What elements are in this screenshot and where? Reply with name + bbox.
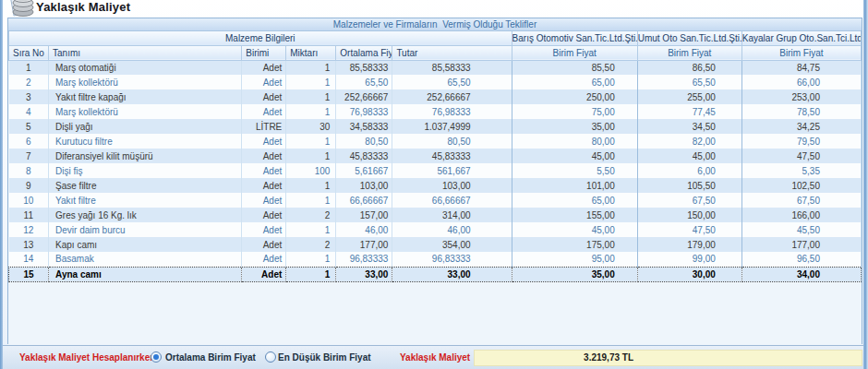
table-row[interactable]: 12Devir daim burcuAdet146,0046,0045,0047… [9, 222, 862, 237]
cell-tutar[interactable]: 85,58333 [392, 60, 512, 75]
cell-birimi[interactable]: Adet [242, 208, 286, 222]
cell-tutar[interactable]: 103,00 [392, 178, 512, 193]
column-header-birim-fiyat-kayalar[interactable]: Birim Fiyat [741, 45, 861, 60]
cell-birim-fiyat-kayalar[interactable]: 253,00 [741, 89, 861, 104]
table-row[interactable]: 5Dişli yağıLİTRE3034,583331.037,499935,0… [9, 119, 862, 134]
cell-birimi[interactable]: Adet [242, 237, 286, 252]
cell-tutar[interactable]: 80,50 [392, 134, 512, 149]
cell-birim-fiyat-kayalar[interactable]: 45,50 [741, 222, 861, 237]
cell-birimi[interactable]: Adet [242, 75, 286, 89]
cell-birim-fiyat-umut[interactable]: 67,50 [637, 193, 741, 208]
cell-miktari[interactable]: 30 [286, 119, 336, 134]
cell-tanimi[interactable]: Diferansiyel kilit müşürü [49, 149, 242, 163]
cell-tutar[interactable]: 65,50 [392, 75, 512, 89]
cell-birimi[interactable]: LİTRE [242, 119, 286, 134]
cell-sira-no[interactable]: 8 [9, 163, 49, 178]
table-row[interactable]: 6Kurutucu filtreAdet180,5080,5080,0082,0… [9, 134, 862, 149]
cell-birim-fiyat-baris[interactable]: 35,00 [512, 267, 637, 281]
cell-birimi[interactable]: Adet [242, 104, 286, 119]
cell-tutar[interactable]: 252,66667 [392, 89, 512, 104]
cell-tanimi[interactable]: Basamak [49, 252, 242, 267]
cell-ortalama-fiyat[interactable]: 65,50 [336, 75, 392, 89]
cell-birim-fiyat-baris[interactable]: 101,00 [512, 178, 637, 193]
cell-miktari[interactable]: 2 [286, 237, 336, 252]
cell-tutar[interactable]: 33,00 [392, 267, 512, 281]
cell-miktari[interactable]: 1 [286, 178, 336, 193]
cell-birim-fiyat-umut[interactable]: 179,00 [637, 237, 741, 252]
cell-tutar[interactable]: 46,00 [392, 222, 512, 237]
cell-ortalama-fiyat[interactable]: 66,66667 [336, 193, 392, 208]
cell-birim-fiyat-kayalar[interactable]: 5,35 [741, 163, 861, 178]
cell-tanimi[interactable]: Marş kollektörü [49, 104, 242, 119]
cell-birimi[interactable]: Adet [242, 222, 286, 237]
cell-sira-no[interactable]: 4 [9, 104, 49, 119]
cell-birim-fiyat-kayalar[interactable]: 47,50 [741, 149, 861, 163]
cell-birim-fiyat-baris[interactable]: 80,00 [512, 134, 637, 149]
cell-birim-fiyat-kayalar[interactable]: 34,00 [741, 267, 861, 281]
cell-birim-fiyat-kayalar[interactable]: 34,25 [741, 119, 861, 134]
cell-tanimi[interactable]: Kurutucu filtre [49, 134, 242, 149]
cell-ortalama-fiyat[interactable]: 76,98333 [336, 104, 392, 119]
cell-miktari[interactable]: 100 [286, 163, 336, 178]
cell-ortalama-fiyat[interactable]: 157,00 [336, 208, 392, 222]
cell-birim-fiyat-baris[interactable]: 45,00 [512, 222, 637, 237]
cell-tanimi[interactable]: Gres yağı 16 Kg. lık [49, 208, 242, 222]
table-row[interactable]: 4Marş kollektörüAdet176,9833376,9833375,… [9, 104, 862, 119]
cell-birimi[interactable]: Adet [242, 60, 286, 75]
cell-sira-no[interactable]: 2 [9, 75, 49, 89]
cell-miktari[interactable]: 1 [286, 149, 336, 163]
cell-sira-no[interactable]: 11 [9, 208, 49, 222]
table-row[interactable]: 11Gres yağı 16 Kg. lıkAdet2157,00314,001… [9, 208, 862, 222]
table-row[interactable]: 14BasamakAdet196,8333396,8333395,0099,00… [9, 252, 862, 267]
cell-birim-fiyat-umut[interactable]: 99,00 [637, 252, 741, 267]
cell-birim-fiyat-baris[interactable]: 85,50 [512, 60, 637, 75]
table-row[interactable]: 8Dişi fişAdet1005,61667561,6675,506,005,… [9, 163, 862, 178]
cell-tanimi[interactable]: Yakıt filtre kapağı [49, 89, 242, 104]
column-header-ortalama-fiyat[interactable]: Ortalama Fiyat [336, 45, 392, 60]
cell-birim-fiyat-umut[interactable]: 86,50 [637, 60, 741, 75]
cell-sira-no[interactable]: 9 [9, 178, 49, 193]
cell-sira-no[interactable]: 12 [9, 222, 49, 237]
cell-miktari[interactable]: 1 [286, 193, 336, 208]
cell-birim-fiyat-umut[interactable]: 6,00 [637, 163, 741, 178]
cell-birim-fiyat-kayalar[interactable]: 84,75 [741, 60, 861, 75]
cell-tutar[interactable]: 96,83333 [392, 252, 512, 267]
cell-birim-fiyat-umut[interactable]: 65,50 [637, 75, 741, 89]
cell-birim-fiyat-baris[interactable]: 65,00 [512, 75, 637, 89]
cell-birimi[interactable]: Adet [242, 193, 286, 208]
cell-birim-fiyat-umut[interactable]: 255,00 [637, 89, 741, 104]
cell-sira-no[interactable]: 13 [9, 237, 49, 252]
cell-birim-fiyat-baris[interactable]: 175,00 [512, 237, 637, 252]
cell-tutar[interactable]: 45,83333 [392, 149, 512, 163]
cell-ortalama-fiyat[interactable]: 34,58333 [336, 119, 392, 134]
cell-birim-fiyat-baris[interactable]: 65,00 [512, 193, 637, 208]
cell-ortalama-fiyat[interactable]: 80,50 [336, 134, 392, 149]
cell-tanimi[interactable]: Marş otomatiği [49, 60, 242, 75]
cell-sira-no[interactable]: 14 [9, 252, 49, 267]
cell-miktari[interactable]: 1 [286, 222, 336, 237]
cell-birim-fiyat-kayalar[interactable]: 67,50 [741, 193, 861, 208]
column-header-tutar[interactable]: Tutar [392, 45, 512, 60]
cell-tutar[interactable]: 76,98333 [392, 104, 512, 119]
cell-birim-fiyat-baris[interactable]: 95,00 [512, 252, 637, 267]
column-header-tanimi[interactable]: Tanımı [49, 45, 242, 60]
cell-ortalama-fiyat[interactable]: 5,61667 [336, 163, 392, 178]
cell-birim-fiyat-kayalar[interactable]: 177,00 [741, 237, 861, 252]
radio-average-unit-price-label[interactable]: Ortalama Birim Fiyat [165, 352, 256, 363]
cell-tutar[interactable]: 1.037,4999 [392, 119, 512, 134]
cell-sira-no[interactable]: 6 [9, 134, 49, 149]
cell-birim-fiyat-umut[interactable]: 34,50 [637, 119, 741, 134]
cell-birimi[interactable]: Adet [242, 267, 286, 281]
cell-miktari[interactable]: 1 [286, 89, 336, 104]
cell-tanimi[interactable]: Ayna camı [49, 267, 242, 281]
group-header-firm-kayalar[interactable]: Kayalar Grup Oto.San.Tci.Ltd [741, 31, 861, 45]
cell-tutar[interactable]: 561,667 [392, 163, 512, 178]
cell-miktari[interactable]: 2 [286, 208, 336, 222]
cell-sira-no[interactable]: 1 [9, 60, 49, 75]
cell-miktari[interactable]: 1 [286, 252, 336, 267]
column-header-birim-fiyat-baris[interactable]: Birim Fiyat [512, 45, 637, 60]
cell-birim-fiyat-baris[interactable]: 45,00 [512, 149, 637, 163]
cell-birim-fiyat-kayalar[interactable]: 166,00 [741, 208, 861, 222]
cell-birim-fiyat-umut[interactable]: 30,00 [637, 267, 741, 281]
cell-sira-no[interactable]: 10 [9, 193, 49, 208]
